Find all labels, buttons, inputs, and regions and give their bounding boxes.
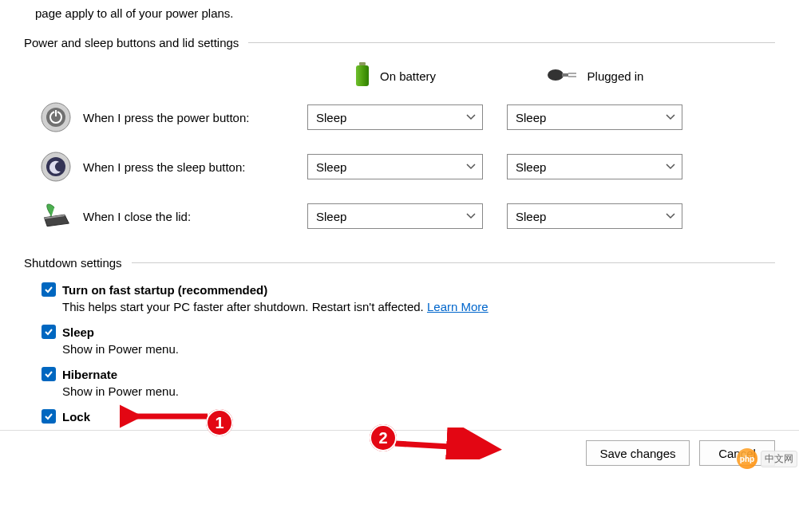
section-power-buttons-header: Power and sleep buttons and lid settings bbox=[24, 36, 775, 49]
sleep-button-icon bbox=[40, 151, 72, 183]
power-button-plugged-dropdown[interactable]: Sleep bbox=[507, 104, 682, 130]
svg-rect-11 bbox=[55, 110, 57, 116]
lock-checkbox[interactable] bbox=[42, 409, 56, 424]
svg-line-15 bbox=[395, 443, 491, 449]
chevron-down-icon bbox=[666, 162, 675, 171]
close-lid-plugged-value: Sleep bbox=[516, 210, 546, 223]
chevron-down-icon bbox=[666, 112, 675, 122]
shutdown-sleep: Sleep Show in Power menu. bbox=[42, 325, 775, 356]
chevron-down-icon bbox=[466, 162, 476, 171]
divider bbox=[132, 262, 775, 263]
row-sleep-button-label: When I press the sleep button: bbox=[83, 160, 245, 174]
row-power-button-label: When I press the power button: bbox=[83, 111, 249, 124]
sleep-desc: Show in Power menu. bbox=[62, 342, 775, 356]
annotation-badge-1: 1 bbox=[206, 409, 233, 436]
power-button-icon bbox=[40, 101, 72, 133]
column-plugged-in: Plugged in bbox=[507, 66, 682, 86]
fast-startup-desc: This helps start your PC faster after sh… bbox=[62, 300, 775, 313]
watermark: php 中文网 bbox=[737, 448, 797, 469]
chevron-down-icon bbox=[466, 211, 476, 221]
column-plugged-in-label: Plugged in bbox=[587, 69, 644, 83]
hibernate-checkbox[interactable] bbox=[42, 367, 56, 381]
row-close-lid: When I close the lid: Sleep Sleep bbox=[24, 200, 775, 232]
power-button-battery-dropdown[interactable]: Sleep bbox=[307, 104, 483, 130]
fast-startup-checkbox[interactable] bbox=[42, 282, 56, 297]
sleep-button-plugged-value: Sleep bbox=[516, 160, 546, 174]
sleep-checkbox[interactable] bbox=[42, 325, 56, 339]
svg-rect-3 bbox=[562, 73, 568, 77]
watermark-logo-icon: php bbox=[737, 448, 757, 469]
shutdown-fast-startup: Turn on fast startup (recommended) This … bbox=[42, 282, 775, 313]
power-button-plugged-value: Sleep bbox=[516, 111, 546, 124]
sleep-button-battery-dropdown[interactable]: Sleep bbox=[307, 154, 483, 179]
close-lid-battery-dropdown[interactable]: Sleep bbox=[307, 203, 483, 229]
hibernate-desc: Show in Power menu. bbox=[62, 384, 775, 398]
save-changes-button[interactable]: Save changes bbox=[586, 440, 690, 466]
row-sleep-button: When I press the sleep button: Sleep Sle… bbox=[24, 151, 775, 183]
svg-rect-1 bbox=[356, 65, 369, 86]
fast-startup-label: Turn on fast startup (recommended) bbox=[62, 283, 267, 297]
close-lid-plugged-dropdown[interactable]: Sleep bbox=[507, 203, 682, 229]
battery-icon bbox=[354, 62, 370, 90]
lock-label: Lock bbox=[62, 410, 90, 424]
learn-more-link[interactable]: Learn More bbox=[427, 300, 488, 313]
power-button-battery-value: Sleep bbox=[316, 111, 346, 124]
annotation-badge-2: 2 bbox=[370, 424, 397, 451]
divider bbox=[248, 42, 775, 43]
row-power-button: When I press the power button: Sleep Sle… bbox=[24, 101, 775, 133]
annotation-arrow-1 bbox=[120, 400, 216, 432]
section-shutdown-title: Shutdown settings bbox=[24, 256, 122, 270]
hibernate-label: Hibernate bbox=[62, 368, 117, 381]
svg-rect-0 bbox=[359, 62, 366, 65]
svg-rect-5 bbox=[568, 76, 576, 77]
column-on-battery: On battery bbox=[307, 62, 483, 90]
intro-text-fragment: page apply to all of your power plans. bbox=[24, 0, 775, 36]
row-close-lid-label: When I close the lid: bbox=[83, 210, 191, 223]
svg-rect-4 bbox=[568, 73, 576, 74]
annotation-arrow-2 bbox=[387, 428, 507, 459]
laptop-lid-icon bbox=[40, 200, 72, 232]
plug-icon bbox=[546, 66, 578, 86]
section-power-buttons-title: Power and sleep buttons and lid settings bbox=[24, 36, 239, 49]
svg-point-2 bbox=[548, 69, 564, 81]
section-shutdown-header: Shutdown settings bbox=[24, 256, 775, 270]
sleep-label: Sleep bbox=[62, 325, 94, 339]
shutdown-hibernate: Hibernate Show in Power menu. bbox=[42, 367, 775, 398]
close-lid-battery-value: Sleep bbox=[316, 210, 346, 223]
watermark-text: 中文网 bbox=[761, 451, 797, 467]
sleep-button-battery-value: Sleep bbox=[316, 160, 346, 174]
chevron-down-icon bbox=[666, 211, 675, 221]
sleep-button-plugged-dropdown[interactable]: Sleep bbox=[507, 154, 682, 179]
column-on-battery-label: On battery bbox=[380, 69, 436, 83]
chevron-down-icon bbox=[466, 112, 476, 122]
